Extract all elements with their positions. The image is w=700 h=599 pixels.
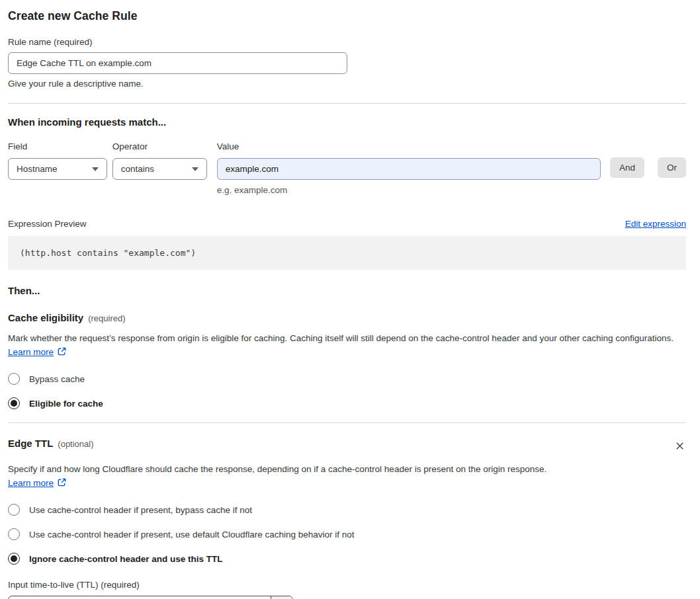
value-input[interactable]: [217, 158, 601, 180]
cache-eligibility-heading: Cache eligibility: [8, 312, 83, 323]
radio-option-label: Bypass cache: [29, 374, 85, 384]
expression-preview-label: Expression Preview: [8, 219, 87, 229]
expression-code-block: (http.host contains "example.com"): [8, 236, 686, 270]
edit-expression-link[interactable]: Edit expression: [625, 219, 686, 229]
learn-more-link[interactable]: Learn more: [8, 347, 54, 357]
field-select[interactable]: Hostname: [8, 158, 107, 180]
operator-select-value: contains: [121, 164, 154, 174]
radio-option-label: Use cache-control header if present, byp…: [29, 505, 252, 515]
learn-more-link[interactable]: Learn more: [8, 478, 54, 488]
operator-label: Operator: [112, 141, 207, 151]
ttl-select-value: 1 day: [9, 596, 271, 599]
edge-ttl-description: Specify if and how long Cloudflare shoul…: [8, 462, 564, 491]
edge-ttl-description-text: Specify if and how long Cloudflare shoul…: [8, 464, 547, 474]
value-label: Value: [217, 141, 601, 151]
edge-ttl-header: Edge TTL (optional): [8, 438, 686, 454]
radio-option-use-header-default[interactable]: Use cache-control header if present, use…: [8, 528, 686, 540]
radio-icon[interactable]: [8, 553, 20, 565]
connector-buttons: And Or: [601, 141, 686, 178]
value-column: Value e.g. example.com: [217, 141, 601, 195]
operator-column: Operator contains: [112, 141, 207, 180]
divider: [8, 422, 686, 423]
rule-name-section: Rule name (required): [8, 37, 347, 74]
field-column: Field Hostname: [8, 141, 107, 180]
radio-option-label: Eligible for cache: [29, 399, 103, 409]
rule-name-label: Rule name (required): [8, 37, 347, 47]
radio-option-label: Ignore cache-control header and use this…: [29, 554, 223, 564]
radio-icon[interactable]: [8, 397, 20, 409]
match-condition-row: Field Hostname Operator contains Value e…: [8, 141, 686, 195]
radio-option-ignore-header-use-ttl[interactable]: Ignore cache-control header and use this…: [8, 553, 686, 565]
edge-ttl-heading: Edge TTL: [8, 438, 53, 449]
radio-option-label: Use cache-control header if present, use…: [29, 530, 355, 539]
divider: [8, 103, 686, 104]
ttl-select-arrow-button[interactable]: [271, 596, 292, 599]
expression-code: (http.host contains "example.com"): [20, 248, 196, 258]
cache-eligibility-description-text: Mark whether the request’s response from…: [8, 333, 674, 343]
edge-ttl-qualifier: (optional): [58, 439, 93, 449]
external-link-icon: [57, 477, 67, 491]
operator-select[interactable]: contains: [112, 158, 207, 180]
rule-name-help: Give your rule a descriptive name.: [8, 79, 686, 89]
and-button[interactable]: And: [610, 157, 644, 178]
close-icon[interactable]: [674, 440, 686, 454]
radio-icon[interactable]: [8, 528, 20, 540]
then-heading: Then...: [8, 285, 686, 296]
ttl-select[interactable]: 1 day: [8, 596, 293, 599]
expression-preview-header: Expression Preview Edit expression: [8, 219, 686, 229]
field-select-value: Hostname: [17, 164, 58, 174]
edge-ttl-title-group: Edge TTL (optional): [8, 438, 94, 449]
radio-option-bypass-cache[interactable]: Bypass cache: [8, 373, 686, 385]
radio-icon[interactable]: [8, 504, 20, 516]
match-section-heading: When incoming requests match...: [8, 116, 686, 128]
cache-eligibility-qualifier: (required): [88, 313, 125, 323]
value-help: e.g. example.com: [217, 185, 601, 195]
external-link-icon: [57, 346, 67, 360]
page-title: Create new Cache Rule: [8, 9, 686, 23]
chevron-down-icon: [192, 167, 198, 171]
rule-name-input[interactable]: [8, 52, 347, 74]
chevron-down-icon: [92, 167, 99, 171]
create-cache-rule-form: Create new Cache Rule Rule name (require…: [0, 0, 700, 599]
radio-option-eligible-for-cache[interactable]: Eligible for cache: [8, 397, 686, 409]
or-button[interactable]: Or: [658, 157, 686, 178]
radio-icon[interactable]: [8, 373, 20, 385]
field-label: Field: [8, 141, 107, 151]
ttl-input-label: Input time-to-live (TTL) (required): [8, 580, 686, 590]
cache-eligibility-header: Cache eligibility (required): [8, 312, 686, 323]
radio-option-use-header-bypass[interactable]: Use cache-control header if present, byp…: [8, 504, 686, 516]
cache-eligibility-description: Mark whether the request’s response from…: [8, 331, 686, 360]
